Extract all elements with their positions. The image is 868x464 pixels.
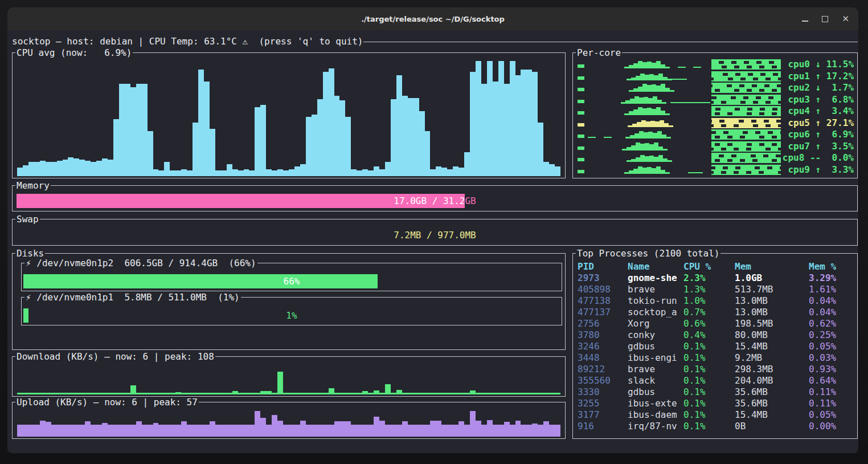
chart-bar (277, 372, 283, 394)
chart-bar (283, 393, 289, 394)
process-cpu: 0.1% (683, 341, 735, 352)
process-row[interactable]: 3448ibus-engi0.1%9.2MB0.03% (578, 352, 855, 364)
chart-bar (447, 169, 453, 176)
chart-bar (317, 99, 323, 176)
process-row[interactable]: 2756Xorg0.6%198.5MB0.62% (578, 318, 855, 329)
process-row[interactable]: 477137socktop_a0.7%13.0MB0.04% (578, 307, 855, 318)
chart-bar (193, 123, 198, 176)
chart-bar (232, 391, 238, 394)
chart-bar (374, 417, 379, 437)
chart-bar (193, 425, 198, 437)
core-spark-segment (670, 102, 710, 103)
chart-bar (419, 111, 425, 176)
chart-bar (447, 425, 453, 437)
chart-bar (63, 425, 68, 437)
chart-bar (379, 393, 385, 394)
disk-title: ⚡ /dev/nvme0n1p2 606.5GB / 914.4GB (66%) (24, 258, 257, 268)
chart-bar (91, 425, 96, 437)
chart-bar (521, 393, 526, 394)
chart-bar (368, 393, 374, 394)
disk-bar-label: 66% (23, 274, 560, 288)
process-mem: 13.0MB (735, 295, 809, 307)
chart-bar (142, 84, 148, 176)
chart-bar (329, 425, 334, 437)
process-pid: 89212 (578, 364, 628, 375)
process-row[interactable]: 916irq/87-nv0.1%0B0.00% (578, 421, 855, 432)
chart-bar (481, 393, 487, 394)
chart-bar (441, 168, 447, 176)
process-memp: 0.05% (809, 409, 855, 421)
process-row[interactable]: 3246gdbus0.1%15.4MB0.05% (578, 341, 855, 352)
core-spark-block (711, 59, 781, 70)
chart-bar (374, 390, 379, 394)
chart-bar (345, 421, 351, 437)
chart-bar (329, 388, 334, 394)
chart-bar (464, 425, 470, 437)
cpu-avg-chart (17, 58, 560, 176)
close-icon[interactable]: ✕ (842, 15, 849, 23)
chart-bar (51, 162, 57, 176)
chart-bar (46, 393, 51, 394)
chart-bar (515, 75, 521, 176)
chart-bar (73, 393, 79, 394)
titlebar[interactable]: ./target/release/soc ~/D/G/socktop ✕ (7, 7, 858, 30)
minimize-icon[interactable] (802, 21, 808, 22)
chart-bar (238, 425, 244, 437)
chart-bar (136, 84, 142, 176)
chart-bar (521, 425, 526, 437)
chart-bar (362, 169, 368, 176)
chart-bar (294, 393, 300, 394)
core-row-cpu2: cpu2 ↓ 1.7% (576, 82, 854, 93)
process-pid: 2973 (578, 272, 628, 284)
process-mem: 204.0MB (735, 375, 809, 386)
download-panel: Download (KB/s) — now: 6 | peak: 108 (12, 356, 566, 397)
process-name: gdbus (628, 386, 683, 398)
chart-bar (164, 162, 170, 176)
core-row-cpu4: cpu4 ↑ 3.4% (576, 105, 854, 117)
core-spark-histogram (628, 120, 673, 127)
process-name: tokio-run (628, 295, 683, 307)
chart-bar (57, 161, 63, 176)
chart-bar (113, 119, 119, 176)
chart-bar (181, 421, 187, 437)
process-row[interactable]: 3780conky0.4%80.0MB0.25% (578, 329, 855, 341)
process-name: slack (628, 375, 683, 386)
chart-bar (158, 170, 164, 176)
chart-bar (532, 393, 538, 394)
process-row[interactable]: 405898brave1.3%513.7MB1.61% (578, 284, 855, 295)
chart-bar (170, 393, 175, 394)
terminal-content: socktop — host: debian | CPU Temp: 63.1°… (12, 30, 858, 453)
chart-bar (458, 393, 464, 394)
core-spark-segment (688, 172, 703, 173)
process-name: ibus-engi (628, 352, 683, 364)
chart-bar (351, 169, 357, 176)
chart-bar (102, 158, 108, 176)
process-mem: 298.3MB (735, 364, 809, 375)
process-row[interactable]: 3330gdbus0.1%35.6MB0.11% (578, 386, 855, 398)
disk-bar: 1% (23, 308, 560, 323)
process-name: irq/87-nv (628, 421, 683, 432)
chart-bar (277, 421, 283, 437)
process-row[interactable]: 477138tokio-run1.0%13.0MB0.04% (578, 295, 855, 307)
process-row[interactable]: 3255ibus-exte0.1%35.6MB0.11% (578, 398, 855, 409)
chart-bar (85, 421, 91, 437)
process-row[interactable]: 355560slack0.1%204.0MB0.64% (578, 375, 855, 386)
process-row[interactable]: 3177ibus-daem0.1%15.4MB0.05% (578, 409, 855, 421)
process-memp: 0.64% (809, 375, 855, 386)
chart-bar (487, 61, 493, 176)
maximize-icon[interactable] (822, 16, 828, 22)
column-header: CPU % (683, 261, 735, 272)
chart-bar (85, 161, 91, 176)
process-memp: 0.03% (809, 352, 855, 364)
chart-bar (277, 169, 283, 176)
chart-bar (221, 170, 227, 176)
process-row[interactable]: 89212brave0.1%298.3MB0.93% (578, 364, 855, 375)
process-mem: 0B (735, 421, 809, 432)
chart-bar (498, 393, 504, 394)
chart-bar (430, 421, 436, 437)
process-cpu: 1.0% (683, 295, 735, 307)
process-row[interactable]: 2973gnome-she2.3%1.0GB3.29% (578, 272, 855, 284)
chart-bar (339, 100, 345, 176)
chart-bar (63, 160, 68, 176)
core-spark-block (711, 106, 781, 116)
